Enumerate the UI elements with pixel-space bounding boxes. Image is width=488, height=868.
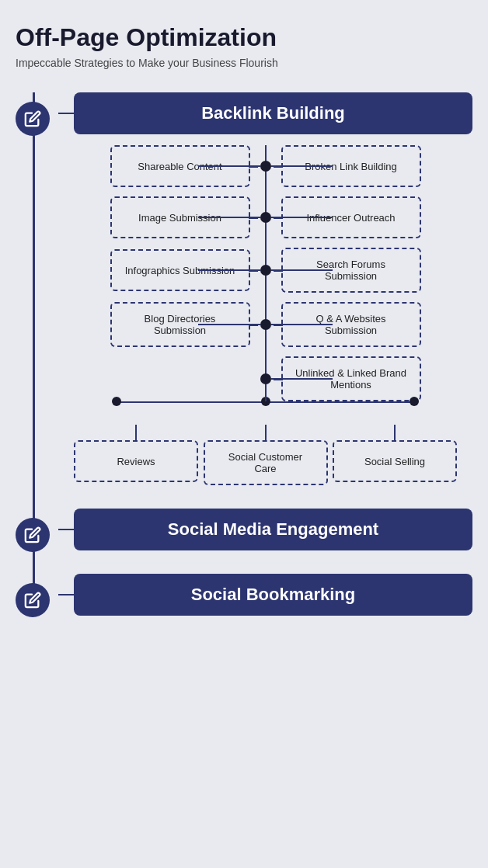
social-media-section: Social Media Engagement <box>16 509 472 550</box>
social-customer-care-col: Social Customer Care <box>204 425 328 485</box>
backlink-icon <box>16 102 50 136</box>
social-media-icon <box>16 518 50 552</box>
reviews-col: Reviews <box>74 425 198 485</box>
social-customer-care-box: Social Customer Care <box>204 440 328 485</box>
backlink-label: Backlink Building <box>74 92 472 134</box>
social-bookmarking-label: Social Bookmarking <box>74 574 472 616</box>
backlink-header: Backlink Building <box>58 92 472 134</box>
social-selling-col: Social Selling <box>333 425 457 485</box>
social-bookmarking-section: Social Bookmarking <box>16 574 472 616</box>
social-bookmarking-header: Social Bookmarking <box>58 574 472 616</box>
timeline: Backlink Building Shareable Content Brok… <box>16 92 472 616</box>
social-media-content: Social Media Engagement <box>58 509 472 550</box>
backlink-section: Backlink Building Shareable Content Brok… <box>16 92 472 485</box>
reviews-box: Reviews <box>74 440 198 482</box>
page-subtitle: Impeccable Strategies to Make your Busin… <box>16 57 472 69</box>
page-title: Off-Page Optimization <box>16 23 472 52</box>
social-media-label: Social Media Engagement <box>74 509 472 550</box>
backlink-content: Backlink Building Shareable Content Brok… <box>58 92 472 485</box>
social-selling-box: Social Selling <box>333 440 457 482</box>
social-media-header: Social Media Engagement <box>58 509 472 550</box>
social-bookmarking-icon <box>16 583 50 617</box>
social-bookmarking-content: Social Bookmarking <box>58 574 472 616</box>
